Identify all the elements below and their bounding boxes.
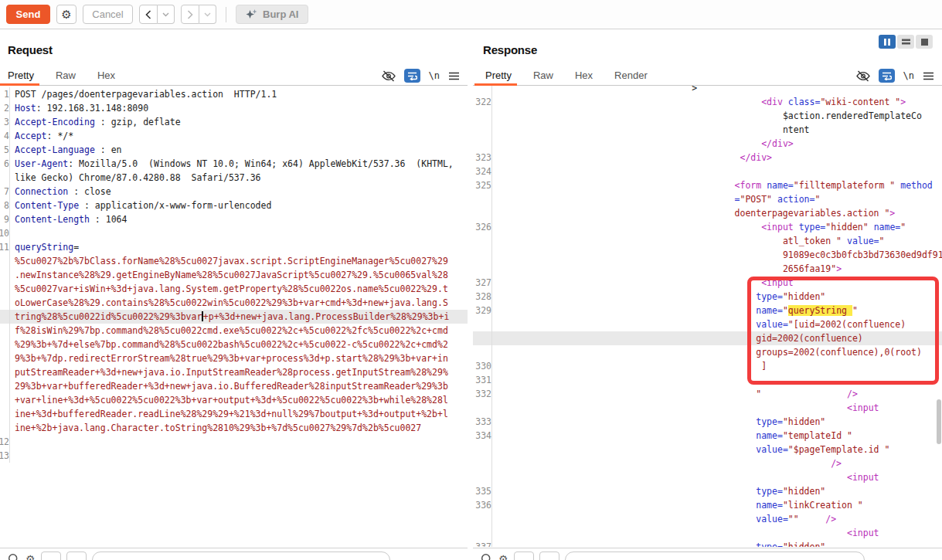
line-number [473, 234, 492, 248]
line-number: 334 [473, 429, 492, 443]
forward-button[interactable] [181, 5, 199, 24]
gear-icon[interactable]: ⚙ [56, 5, 77, 24]
line-number: 325 [473, 178, 492, 192]
line-number [473, 109, 492, 123]
search-icon[interactable] [481, 553, 493, 560]
code-line: 3Accept-Encoding : gzip, deflate [0, 115, 468, 129]
layout-buttons [879, 35, 933, 49]
forward-history-dropdown[interactable] [199, 5, 216, 24]
prev-match-button[interactable] [41, 552, 61, 560]
response-scrollbar[interactable] [937, 399, 941, 444]
burp-ai-button[interactable]: Burp AI [236, 5, 308, 24]
code-line: 2656faa19"> [473, 262, 942, 276]
code-line: 1POST /pages/doenterpagevariables.action… [0, 87, 468, 101]
line-number [473, 192, 492, 206]
code-line: 2Host: 192.168.31.148:8090 [0, 101, 468, 115]
menu-icon[interactable] [923, 72, 934, 80]
gear-icon[interactable]: ⚙ [26, 553, 36, 560]
line-number [473, 86, 492, 95]
forward-button-group [181, 5, 216, 24]
line-number: 9 [0, 212, 10, 226]
code-line: putStreamReader+%3d+new+java.io.InputStr… [0, 365, 468, 379]
response-find-bar: ⚙ [473, 548, 942, 560]
newline-icon[interactable]: \n [903, 70, 914, 81]
code-line: 326 <input type="hidden" name=" [473, 220, 942, 234]
single-pane-icon[interactable] [916, 35, 933, 49]
line-number [0, 268, 10, 282]
code-line: 335 type="hidden" [473, 484, 942, 498]
code-line: gid=2002(confluence) [473, 331, 942, 345]
response-title: Response [483, 43, 537, 56]
word-wrap-icon[interactable] [879, 69, 895, 83]
code-line: value="$pageTemplate.id " [473, 443, 942, 456]
rows-layout-icon[interactable] [897, 35, 914, 49]
code-line: ine+%3d+bufferedReader.readLine%28%29%29… [0, 407, 468, 421]
code-line: .newInstance%28%29.getEngineByName%28%5c… [0, 268, 468, 282]
code-line: groups=2002(confluence),0(root) [473, 345, 942, 359]
line-number: 327 [473, 276, 492, 290]
chevron-down-icon [204, 12, 211, 17]
code-line: 325 <form name="filltemplateform " metho… [473, 178, 942, 192]
send-button[interactable]: Send [6, 5, 50, 24]
line-number: 324 [473, 165, 492, 178]
line-number [473, 331, 492, 345]
line-number: 12 [0, 435, 10, 449]
tab-hex[interactable]: Hex [575, 66, 593, 85]
response-editor-toolbar: \n [856, 68, 934, 83]
code-line: 337 type="hidden" [473, 540, 942, 547]
response-panel: Response PrettyRawHexRender \n >322 <div… [473, 30, 942, 560]
search-icon[interactable] [8, 553, 20, 560]
code-line: 333 type="hidden" [473, 415, 942, 429]
newline-icon[interactable]: \n [429, 70, 440, 81]
menu-icon[interactable] [448, 72, 460, 80]
line-number: 337 [473, 540, 492, 547]
request-title: Request [8, 43, 53, 56]
chevron-down-icon [162, 12, 169, 17]
response-editor[interactable]: >322 <div class="wiki-content "> $action… [473, 86, 942, 547]
line-number: 332 [473, 387, 492, 401]
next-match-button[interactable] [66, 552, 87, 560]
code-line: 9%3b+%7dp.redirectErrorStream%28true%29%… [0, 351, 468, 365]
burp-ai-label: Burp AI [263, 8, 298, 20]
pause-icon[interactable] [879, 35, 896, 49]
back-history-dropdown[interactable] [158, 5, 175, 24]
code-line: 322 <div class="wiki-content "> [473, 95, 942, 109]
line-number [0, 393, 10, 407]
line-number: 322 [473, 95, 492, 109]
eye-off-icon[interactable] [382, 70, 396, 82]
request-editor[interactable]: 1POST /pages/doenterpagevariables.action… [0, 86, 468, 547]
tab-pretty[interactable]: Pretty [485, 66, 512, 85]
cancel-button[interactable]: Cancel [83, 5, 133, 24]
next-match-button[interactable] [539, 552, 559, 560]
line-number [473, 443, 492, 456]
code-line: atl_token " value=" [473, 234, 942, 248]
request-editor-toolbar: \n [382, 68, 460, 83]
line-number [473, 123, 492, 137]
search-input[interactable] [92, 552, 390, 560]
back-button[interactable] [139, 5, 158, 24]
line-number [473, 345, 492, 359]
line-number [0, 171, 10, 185]
line-number: 1 [0, 87, 10, 101]
tab-pretty[interactable]: Pretty [8, 66, 34, 85]
prev-match-button[interactable] [514, 552, 534, 560]
code-line: +var+line+%3d+%5cu0022%5cu0022%3b+var+ou… [0, 393, 468, 407]
word-wrap-icon[interactable] [404, 69, 420, 83]
tab-raw[interactable]: Raw [56, 66, 76, 85]
tab-render[interactable]: Render [614, 66, 648, 85]
line-number [473, 526, 492, 540]
tab-raw[interactable]: Raw [533, 66, 553, 85]
code-line: 10 [0, 226, 468, 240]
tab-hex[interactable]: Hex [97, 66, 115, 85]
line-number: 7 [0, 185, 10, 199]
sparkles-icon [246, 8, 257, 20]
code-line: </div> [473, 137, 942, 151]
line-number: 328 [473, 290, 492, 304]
search-input[interactable] [565, 552, 865, 560]
line-number [0, 282, 10, 296]
gear-icon[interactable]: ⚙ [498, 553, 508, 560]
line-number: 330 [473, 359, 492, 373]
line-number: 333 [473, 415, 492, 429]
code-line: <input [473, 401, 942, 415]
eye-off-icon[interactable] [856, 70, 870, 82]
